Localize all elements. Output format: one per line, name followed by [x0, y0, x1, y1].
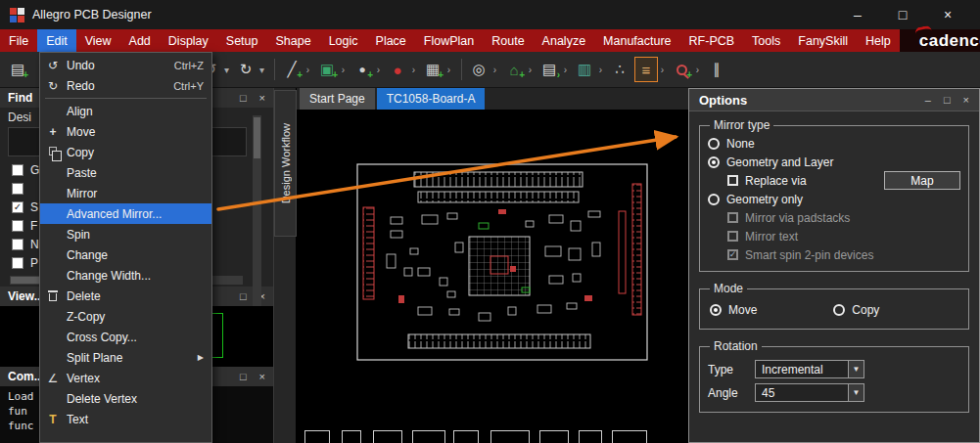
- tab-start-page[interactable]: Start Page: [300, 88, 375, 110]
- menu-flowplan[interactable]: FlowPlan: [415, 29, 483, 52]
- probe-pins-icon[interactable]: ∥: [705, 57, 728, 82]
- route-connect-icon[interactable]: ●+: [350, 57, 374, 82]
- command-float-icon[interactable]: □: [240, 371, 247, 382]
- find-close-icon[interactable]: ×: [259, 92, 265, 104]
- menu-item-advanced-mirror[interactable]: Advanced Mirror...: [40, 203, 211, 224]
- ratsnest-chevron-icon[interactable]: ›: [409, 65, 418, 75]
- menu-rf-pcb[interactable]: RF-PCB: [680, 29, 744, 52]
- net-connectivity-icon[interactable]: ∴: [608, 57, 631, 82]
- footprint-thumbnail[interactable]: [373, 430, 402, 443]
- reports-icon[interactable]: ▥: [573, 57, 596, 82]
- find-checkbox-checked[interactable]: ✓: [12, 201, 23, 213]
- menu-item-split-plane[interactable]: Split Plane ▶: [40, 347, 211, 368]
- mirror-geometry-layer-radio[interactable]: [708, 156, 720, 168]
- tab-board-design[interactable]: TC1058-Board-A: [377, 88, 486, 110]
- menu-tools[interactable]: Tools: [743, 29, 789, 52]
- menu-item-vertex[interactable]: ∠ Vertex: [40, 368, 211, 388]
- command-close-icon[interactable]: ×: [259, 371, 265, 382]
- menu-view[interactable]: View: [76, 29, 120, 52]
- undo-dropdown-icon[interactable]: ▾: [222, 65, 231, 75]
- rotation-angle-select[interactable]: 45 ▼: [755, 383, 864, 402]
- menu-analyze[interactable]: Analyze: [534, 29, 594, 52]
- mode-move-radio[interactable]: [710, 304, 722, 316]
- redo-dropdown-icon[interactable]: ▾: [257, 65, 266, 75]
- measure-highlight-icon[interactable]: ≡: [634, 57, 658, 82]
- options-close-icon[interactable]: ×: [963, 94, 969, 106]
- reports-chevron-icon[interactable]: ›: [596, 65, 605, 75]
- menu-item-delete[interactable]: Delete: [40, 286, 211, 306]
- menu-manufacture[interactable]: Manufacture: [594, 29, 679, 52]
- menu-place[interactable]: Place: [367, 29, 415, 52]
- chevron-down-icon[interactable]: ▼: [848, 361, 863, 377]
- find-float-icon[interactable]: □: [240, 92, 247, 104]
- add-connect-line-icon[interactable]: ╱+: [280, 57, 303, 82]
- close-icon[interactable]: ×: [925, 0, 970, 29]
- chevron-down-icon[interactable]: ▼: [848, 384, 863, 401]
- menu-item-z-copy[interactable]: Z-Copy: [40, 306, 211, 327]
- mode-copy-radio[interactable]: [833, 304, 845, 316]
- color-visibility-chevron-icon[interactable]: ›: [490, 65, 499, 75]
- replace-via-checkbox[interactable]: [727, 175, 738, 186]
- export-data-chevron-icon[interactable]: ›: [561, 65, 570, 75]
- footprint-thumbnail[interactable]: [612, 430, 647, 443]
- menu-item-move[interactable]: + Move: [40, 121, 211, 142]
- menu-item-mirror[interactable]: Mirror: [40, 183, 211, 203]
- footprint-thumbnail[interactable]: [539, 430, 569, 443]
- mirror-via-padstacks-checkbox[interactable]: [727, 212, 738, 223]
- mirror-geometry-only-radio[interactable]: [708, 194, 720, 205]
- map-button[interactable]: Map: [884, 171, 960, 190]
- footprint-thumbnail[interactable]: [490, 430, 530, 443]
- menu-add[interactable]: Add: [120, 29, 160, 52]
- color-visibility-icon[interactable]: ◎: [467, 57, 490, 82]
- ratsnest-icon[interactable]: ●: [386, 57, 409, 82]
- add-connect-line-chevron-icon[interactable]: ›: [303, 65, 312, 75]
- place-component-chevron-icon[interactable]: ›: [339, 65, 348, 75]
- view-float-icon[interactable]: □: [240, 290, 247, 302]
- place-component-icon[interactable]: ▣+: [315, 57, 339, 82]
- menu-item-delete-vertex[interactable]: Delete Vertex: [40, 388, 211, 409]
- add-shape-icon[interactable]: ⌂+: [502, 57, 526, 82]
- export-data-icon[interactable]: ▤›: [537, 57, 561, 82]
- menu-display[interactable]: Display: [160, 29, 217, 52]
- find-checkbox[interactable]: [12, 257, 23, 269]
- redo-icon[interactable]: ↻: [234, 57, 257, 82]
- smart-spin-checkbox[interactable]: ✓: [727, 249, 738, 260]
- menu-setup[interactable]: Setup: [217, 29, 267, 52]
- grid-toggle-icon[interactable]: ▦+: [421, 57, 444, 82]
- find-checkbox[interactable]: [12, 183, 23, 195]
- menu-item-cross-copy[interactable]: Cross Copy...: [40, 327, 211, 347]
- menu-item-change-width[interactable]: Change Width...: [40, 265, 211, 286]
- grid-toggle-chevron-icon[interactable]: ›: [444, 65, 453, 75]
- menu-item-undo[interactable]: ↺ Undo Ctrl+Z: [40, 55, 211, 75]
- menu-route[interactable]: Route: [483, 29, 533, 52]
- mirror-text-checkbox[interactable]: [727, 231, 738, 242]
- menu-edit[interactable]: Edit: [37, 29, 76, 52]
- route-connect-chevron-icon[interactable]: ›: [374, 65, 383, 75]
- rotation-type-select[interactable]: Incremental ▼: [755, 360, 864, 378]
- design-workflow-tab[interactable]: Design Workflow: [274, 90, 297, 237]
- menu-logic[interactable]: Logic: [320, 29, 367, 52]
- measure-highlight-chevron-icon[interactable]: ›: [658, 65, 667, 75]
- menu-shape[interactable]: Shape: [267, 29, 320, 52]
- menu-item-change[interactable]: Change: [40, 244, 211, 265]
- menu-fanyskill[interactable]: FanySkill: [789, 29, 857, 52]
- footprint-thumbnail[interactable]: [342, 430, 361, 443]
- menu-item-align[interactable]: Align: [40, 101, 211, 121]
- find-checkbox[interactable]: [12, 239, 23, 250]
- options-minimize-icon[interactable]: –: [925, 94, 931, 106]
- add-shape-chevron-icon[interactable]: ›: [526, 65, 535, 75]
- mirror-none-radio[interactable]: [708, 138, 720, 150]
- find-checkbox[interactable]: [12, 220, 23, 232]
- menu-item-spin[interactable]: Spin: [40, 224, 211, 244]
- menu-help[interactable]: Help: [857, 29, 900, 52]
- maximize-icon[interactable]: □: [880, 0, 925, 29]
- menu-item-copy[interactable]: Copy: [40, 142, 211, 162]
- footprint-thumbnail[interactable]: [412, 430, 445, 443]
- menu-item-text[interactable]: T Text: [40, 409, 211, 429]
- find-checkbox[interactable]: [12, 164, 23, 176]
- pcb-canvas[interactable]: [297, 110, 688, 443]
- options-float-icon[interactable]: □: [944, 94, 951, 106]
- zoom-selection-icon[interactable]: +: [670, 57, 693, 82]
- zoom-selection-chevron-icon[interactable]: ›: [693, 65, 702, 75]
- footprint-thumbnail[interactable]: [579, 430, 602, 443]
